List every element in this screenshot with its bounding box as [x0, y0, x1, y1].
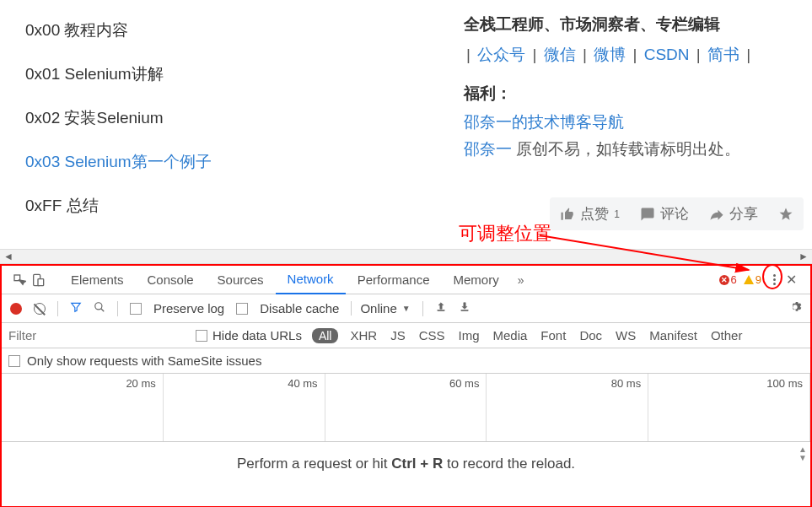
samesite-checkbox[interactable]: [8, 355, 20, 367]
bio-title: 全栈工程师、市场洞察者、专栏编辑: [464, 13, 795, 35]
tab-network[interactable]: Network: [276, 266, 346, 294]
filter-type[interactable]: Doc: [579, 328, 602, 342]
bio-link[interactable]: 公众号: [477, 46, 525, 63]
toc-item-active[interactable]: 0x03 Selenium第一个例子: [0, 140, 447, 184]
filter-type[interactable]: Media: [493, 328, 528, 342]
svg-point-4: [95, 303, 102, 310]
toc-item[interactable]: 0xFF 总结: [0, 184, 447, 228]
tab-console[interactable]: Console: [136, 266, 206, 294]
favorite-button[interactable]: [778, 207, 793, 222]
bio-link[interactable]: 微信: [544, 46, 576, 63]
comment-button[interactable]: 评论: [640, 204, 689, 224]
upload-har-icon[interactable]: [435, 301, 447, 316]
filter-type[interactable]: WS: [616, 328, 636, 342]
filter-type[interactable]: Manifest: [649, 328, 697, 342]
welfare-label: 福利：: [464, 83, 795, 105]
filter-type[interactable]: JS: [390, 328, 406, 342]
timeline-tick: 40 ms: [164, 374, 325, 441]
toc-item[interactable]: 0x00 教程内容: [0, 8, 447, 52]
timeline-tick: 100 ms: [648, 374, 810, 441]
hide-data-urls-label: Hide data URLs: [212, 328, 302, 342]
article-action-bar: 点赞1 评论 分享: [550, 197, 804, 230]
filter-input[interactable]: [2, 325, 196, 346]
author-link[interactable]: 邵奈一: [464, 140, 512, 158]
devtools-panel: Elements Console Sources Network Perform…: [0, 264, 812, 507]
filter-type-all[interactable]: All: [312, 328, 339, 343]
scroll-right-icon[interactable]: ►: [799, 251, 809, 262]
download-har-icon[interactable]: [459, 301, 471, 316]
hide-data-urls-checkbox[interactable]: [196, 330, 207, 342]
timeline-tick: 80 ms: [487, 374, 648, 441]
search-icon[interactable]: [94, 301, 105, 316]
svg-rect-3: [38, 278, 44, 285]
tab-sources[interactable]: Sources: [206, 266, 276, 294]
svg-rect-6: [438, 310, 444, 311]
samesite-label: Only show requests with SameSite issues: [27, 353, 261, 368]
network-toolbar: Preserve log Disable cache Online▼: [2, 294, 810, 323]
error-count[interactable]: ✕6: [719, 273, 737, 286]
device-toggle-icon[interactable]: [29, 273, 47, 287]
filter-type[interactable]: XHR: [350, 328, 377, 342]
preserve-log-checkbox[interactable]: [130, 303, 142, 315]
timeline-tick: 20 ms: [2, 374, 164, 441]
more-tabs-icon[interactable]: »: [511, 273, 531, 287]
annotation-label: 可调整位置: [459, 221, 551, 246]
filter-type[interactable]: Font: [540, 328, 566, 342]
bio-link[interactable]: 简书: [707, 46, 739, 63]
inspect-element-icon[interactable]: [10, 273, 29, 287]
disable-cache-checkbox[interactable]: [236, 303, 248, 315]
filter-type[interactable]: Other: [711, 328, 743, 342]
horizontal-scrollbar[interactable]: ◄ ►: [0, 249, 812, 264]
preserve-log-label: Preserve log: [153, 301, 224, 316]
toc-item[interactable]: 0x01 Selenium讲解: [0, 52, 447, 96]
throttling-select[interactable]: Online▼: [351, 301, 410, 316]
thumbs-up-icon: [560, 207, 575, 222]
reprint-notice: 原创不易，如转载请标明出处。: [512, 140, 740, 158]
bio-links: | 公众号 | 微信 | 微博 | CSDN | 简书 |: [464, 44, 795, 66]
network-filter-row: Hide data URLs All XHR JS CSS Img Media …: [2, 323, 810, 348]
tab-memory[interactable]: Memory: [442, 266, 511, 294]
warning-count[interactable]: 9: [744, 273, 761, 286]
close-devtools-icon[interactable]: ✕: [781, 272, 802, 288]
tab-elements[interactable]: Elements: [59, 266, 136, 294]
filter-type[interactable]: Img: [458, 328, 479, 342]
toc-item[interactable]: 0x02 安装Selenium: [0, 96, 447, 140]
share-icon: [709, 207, 724, 222]
like-button[interactable]: 点赞1: [560, 204, 620, 224]
svg-rect-7: [461, 310, 468, 311]
scroll-left-icon[interactable]: ◄: [3, 251, 13, 262]
toc-panel: 0x00 教程内容 0x01 Selenium讲解 0x02 安装Seleniu…: [0, 0, 447, 249]
network-empty-message: Perform a request or hit Ctrl + R to rec…: [2, 441, 810, 486]
clear-button[interactable]: [34, 303, 46, 315]
share-button[interactable]: 分享: [709, 204, 758, 224]
filter-type[interactable]: CSS: [419, 328, 445, 342]
svg-line-5: [101, 309, 105, 312]
star-icon: [778, 207, 793, 222]
settings-icon[interactable]: [788, 300, 802, 316]
devtools-tab-bar: Elements Console Sources Network Perform…: [2, 266, 810, 294]
kebab-menu-icon[interactable]: [768, 274, 781, 285]
disable-cache-label: Disable cache: [260, 301, 339, 316]
bio-link[interactable]: CSDN: [644, 46, 690, 63]
tab-performance[interactable]: Performance: [346, 266, 442, 294]
record-button[interactable]: [10, 303, 22, 315]
blog-nav-link[interactable]: 邵奈一的技术博客导航: [464, 113, 624, 131]
bio-link[interactable]: 微博: [594, 46, 626, 63]
samesite-row: Only show requests with SameSite issues: [2, 348, 810, 374]
comment-icon: [640, 207, 655, 222]
vertical-scroll-icon[interactable]: ▲▼: [799, 445, 807, 462]
timeline-tick: 60 ms: [325, 374, 487, 441]
filter-toggle-icon[interactable]: [70, 301, 82, 316]
network-timeline[interactable]: 20 ms 40 ms 60 ms 80 ms 100 ms: [2, 374, 810, 441]
